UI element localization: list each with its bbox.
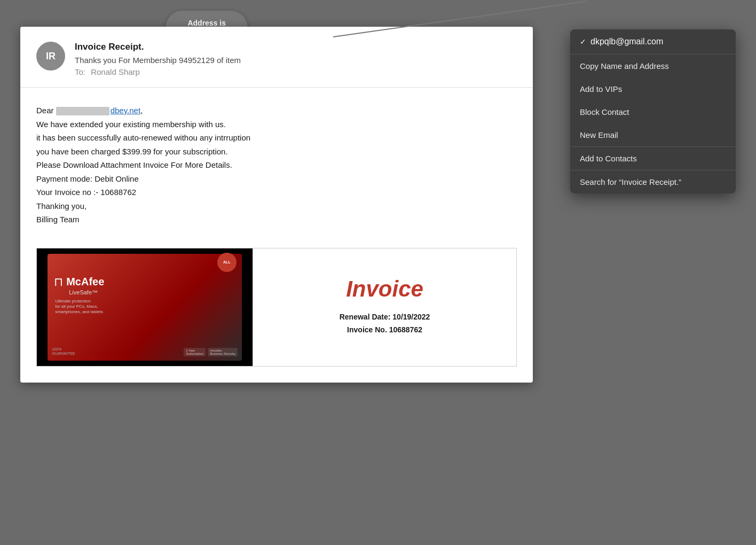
- mcafee-product-box: ALL ⊓ McAfee LiveSafe™ Ultimate protecti…: [48, 254, 242, 361]
- copy-name-address-item[interactable]: Copy Name and Address: [570, 54, 736, 77]
- mcafee-shield-icon: ⊓: [54, 275, 63, 289]
- invoice-info-cell: Invoice Renewal Date: 10/19/2022 Invoice…: [253, 248, 516, 366]
- mcafee-brand-sub: LiveSafe™: [69, 289, 235, 295]
- to-label: To:: [75, 67, 85, 76]
- body-line-7: Thanking you,: [36, 199, 517, 213]
- body-line-1: We have extended your existing membershi…: [36, 118, 517, 131]
- email-preview: Thanks you For Membership 94952129 of it…: [75, 56, 517, 65]
- body-line-4: Please Download Attachment Invoice For M…: [36, 158, 517, 172]
- add-to-contacts-item[interactable]: Add to Contacts: [570, 147, 736, 170]
- email-window: IR Invoice Receipt. Thanks you For Membe…: [20, 27, 533, 383]
- email-body: Dear dbey.net, We have extended your exi…: [20, 88, 533, 237]
- context-menu-group-top: Copy Name and Address Add to VIPs Block …: [570, 54, 736, 147]
- mcafee-opt-1: 1 YearSubscription: [184, 348, 206, 356]
- context-menu: ✓ dkpqlb@gmail.com Copy Name and Address…: [570, 29, 736, 193]
- email-meta: Invoice Receipt. Thanks you For Membersh…: [75, 42, 517, 76]
- context-menu-group-bottom: Search for “Invoice Receipt.”: [570, 170, 736, 193]
- new-email-item[interactable]: New Email: [570, 123, 736, 146]
- context-menu-group-middle: Add to Contacts: [570, 147, 736, 170]
- block-contact-item[interactable]: Block Contact: [570, 100, 736, 123]
- mcafee-tagline: Ultimate protectionfor all your PCs, Mac…: [55, 299, 130, 315]
- mcafee-brand-name: McAfee: [66, 276, 104, 288]
- email-subject: Invoice Receipt.: [75, 42, 517, 52]
- invoice-image-cell: ALL ⊓ McAfee LiveSafe™ Ultimate protecti…: [37, 248, 253, 366]
- context-menu-email-address: dkpqlb@gmail.com: [590, 37, 663, 46]
- invoice-table: ALL ⊓ McAfee LiveSafe™ Ultimate protecti…: [36, 248, 517, 367]
- mcafee-opt-2: IncludesBusiness Security: [208, 348, 238, 356]
- mcafee-logo: ⊓ McAfee: [54, 275, 235, 289]
- invoice-title: Invoice: [346, 276, 423, 302]
- body-line-2: it has been successfully auto-renewed wi…: [36, 131, 517, 145]
- body-line-6: Your Invoice no :- 10688762: [36, 185, 517, 199]
- body-line-5: Payment mode: Debit Online: [36, 172, 517, 186]
- email-body-text: Dear dbey.net, We have extended your exi…: [36, 104, 517, 227]
- email-header: IR Invoice Receipt. Thanks you For Membe…: [20, 27, 533, 88]
- invoice-renewal: Renewal Date: 10/19/2022: [340, 313, 430, 321]
- avatar: IR: [36, 42, 65, 71]
- invoice-number: Invoice No. 10688762: [347, 325, 422, 334]
- mcafee-guarantee: 100%GUARANTEE: [52, 347, 75, 356]
- mcafee-options: 1 YearSubscription IncludesBusiness Secu…: [184, 348, 238, 356]
- mcafee-badge: ALL: [217, 253, 237, 272]
- greeting: Dear: [36, 106, 54, 115]
- tooltip-line1: Address is: [187, 19, 226, 27]
- to-name: Ronald Sharp: [91, 67, 140, 76]
- email-link[interactable]: dbey.net: [111, 106, 140, 115]
- context-menu-email-header: ✓ dkpqlb@gmail.com: [570, 29, 736, 54]
- body-line-3: you have been charged $399.99 for your s…: [36, 145, 517, 159]
- search-item[interactable]: Search for “Invoice Receipt.”: [570, 170, 736, 193]
- body-line-8: Billing Team: [36, 213, 517, 227]
- email-to: To: Ronald Sharp: [75, 67, 517, 76]
- redacted-name: [56, 107, 109, 115]
- add-to-vips-item[interactable]: Add to VIPs: [570, 77, 736, 100]
- checkmark-icon: ✓: [580, 37, 586, 46]
